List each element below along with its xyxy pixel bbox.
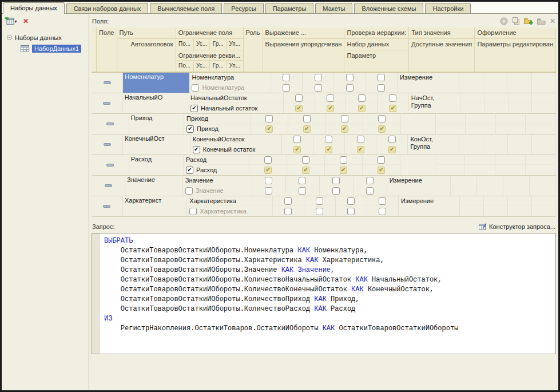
field-restriction-checkbox[interactable] xyxy=(366,73,398,82)
tab-dataset-links[interactable]: Связи наборов данных xyxy=(66,3,149,13)
checkbox-icon[interactable]: ✔ xyxy=(264,167,272,174)
attr-restriction-checkbox[interactable]: ✔ xyxy=(251,124,289,134)
empty-cell[interactable] xyxy=(483,73,507,82)
empty-cell[interactable] xyxy=(459,134,483,144)
empty-cell[interactable] xyxy=(508,144,532,155)
field-name-cell[interactable]: НачальныйО xyxy=(123,93,188,113)
empty-cell[interactable] xyxy=(459,73,483,82)
role-cell[interactable]: Измерение xyxy=(398,73,459,93)
field-restriction-checkbox[interactable] xyxy=(286,176,320,185)
empty-cell[interactable] xyxy=(532,196,556,206)
checkbox-icon[interactable] xyxy=(340,156,347,164)
checkbox-icon[interactable]: ✔ xyxy=(341,125,348,133)
checkbox-icon[interactable] xyxy=(299,187,306,195)
empty-cell[interactable] xyxy=(484,93,509,103)
checkbox-icon[interactable]: ✔ xyxy=(378,125,386,133)
checkbox-icon[interactable] xyxy=(283,84,290,92)
checkbox-icon[interactable]: ✔ xyxy=(327,105,334,112)
checkbox-icon[interactable] xyxy=(185,187,193,195)
empty-cell[interactable] xyxy=(508,196,532,206)
delete-field-icon[interactable]: ✕ xyxy=(550,17,555,25)
checkbox-icon[interactable] xyxy=(332,177,340,184)
checkbox-icon[interactable] xyxy=(264,156,272,164)
checkbox-icon[interactable]: ✔ xyxy=(302,167,309,174)
checkbox-icon[interactable] xyxy=(284,208,292,215)
field-restriction-checkbox[interactable] xyxy=(315,93,347,103)
empty-cell[interactable] xyxy=(436,124,466,134)
checkbox-icon[interactable] xyxy=(366,187,374,195)
empty-cell[interactable] xyxy=(451,176,477,185)
checkbox-icon[interactable] xyxy=(299,177,306,184)
checkbox-icon[interactable]: ✔ xyxy=(325,146,332,153)
checkbox-icon[interactable]: ✔ xyxy=(186,125,194,133)
checkbox-icon[interactable] xyxy=(302,156,309,164)
empty-cell[interactable] xyxy=(508,134,532,144)
field-restriction-checkbox[interactable] xyxy=(273,196,304,206)
tab-nested-schemas[interactable]: Вложенные схемы xyxy=(354,3,423,13)
auto-title-cell[interactable]: ✔Начальный остаток xyxy=(188,103,284,113)
checkbox-icon[interactable] xyxy=(283,74,290,81)
role-cell[interactable]: Измерение xyxy=(387,176,451,196)
auto-title-cell[interactable]: Номенклатура xyxy=(189,82,271,93)
auto-title-cell[interactable]: ✔Конечный остаток xyxy=(190,144,282,155)
field-restriction-checkbox[interactable] xyxy=(320,176,354,185)
field-restriction-checkbox[interactable] xyxy=(363,114,401,124)
empty-cell[interactable] xyxy=(477,185,503,196)
attr-restriction-checkbox[interactable] xyxy=(273,206,304,216)
checkbox-icon[interactable] xyxy=(284,197,292,205)
field-name-cell[interactable]: Харкатерист xyxy=(123,196,187,216)
checkbox-icon[interactable] xyxy=(332,187,340,195)
attr-restriction-checkbox[interactable] xyxy=(320,185,354,196)
attr-restriction-checkbox[interactable] xyxy=(354,185,387,196)
empty-cell[interactable] xyxy=(451,185,477,196)
empty-cell[interactable] xyxy=(460,206,484,216)
tab-settings[interactable]: Настройки xyxy=(425,3,471,13)
attr-restriction-checkbox[interactable] xyxy=(366,82,398,93)
field-restriction-checkbox[interactable] xyxy=(325,155,363,165)
field-restriction-checkbox[interactable] xyxy=(334,73,366,82)
empty-cell[interactable] xyxy=(526,114,556,124)
empty-cell[interactable] xyxy=(466,124,496,134)
empty-cell[interactable] xyxy=(465,165,495,175)
empty-cell[interactable] xyxy=(526,165,556,175)
attr-restriction-checkbox[interactable]: ✔ xyxy=(284,103,315,113)
empty-cell[interactable] xyxy=(484,206,508,216)
path-cell[interactable]: Номенклатура xyxy=(189,73,271,82)
field-restriction-checkbox[interactable] xyxy=(284,93,315,103)
attr-restriction-checkbox[interactable]: ✔ xyxy=(325,165,363,175)
checkbox-icon[interactable] xyxy=(316,197,323,205)
row-drag-handle[interactable] xyxy=(92,114,129,134)
empty-cell[interactable] xyxy=(459,82,483,93)
checkbox-icon[interactable] xyxy=(378,115,386,122)
empty-cell[interactable] xyxy=(532,103,556,113)
empty-cell[interactable] xyxy=(507,73,531,82)
empty-cell[interactable] xyxy=(459,144,483,155)
empty-cell[interactable] xyxy=(436,114,466,124)
attr-restriction-checkbox[interactable] xyxy=(271,82,303,93)
field-restriction-checkbox[interactable] xyxy=(363,155,400,165)
empty-cell[interactable] xyxy=(465,155,495,165)
empty-cell[interactable] xyxy=(483,144,507,155)
path-cell[interactable]: Значение xyxy=(183,176,252,185)
checkbox-icon[interactable] xyxy=(265,115,273,122)
query-editor[interactable]: ВЫБРАТЬ ОстаткиТоваровОстаткиИОбороты.Но… xyxy=(92,233,556,354)
checkbox-icon[interactable] xyxy=(303,115,311,122)
row-drag-handle[interactable] xyxy=(92,196,123,216)
attr-restriction-checkbox[interactable]: ✔ xyxy=(376,144,408,155)
checkbox-icon[interactable]: ✔ xyxy=(293,146,301,153)
collapse-icon[interactable]: − xyxy=(7,35,12,40)
field-name-cell[interactable]: Расход xyxy=(129,155,184,175)
checkbox-icon[interactable]: ✔ xyxy=(186,167,193,174)
checkbox-icon[interactable] xyxy=(192,84,199,92)
empty-cell[interactable] xyxy=(483,134,507,144)
checkbox-icon[interactable] xyxy=(265,177,272,184)
checkbox-icon[interactable] xyxy=(325,136,332,143)
row-drag-handle[interactable] xyxy=(92,73,123,93)
field-restriction-checkbox[interactable] xyxy=(271,73,303,82)
attr-restriction-checkbox[interactable] xyxy=(367,206,399,216)
checkbox-icon[interactable]: ✔ xyxy=(389,105,396,112)
attr-restriction-checkbox[interactable]: ✔ xyxy=(326,124,364,134)
checkbox-icon[interactable] xyxy=(347,197,355,205)
tab-datasets[interactable]: Наборы данных xyxy=(3,2,65,14)
empty-cell[interactable] xyxy=(530,176,556,185)
